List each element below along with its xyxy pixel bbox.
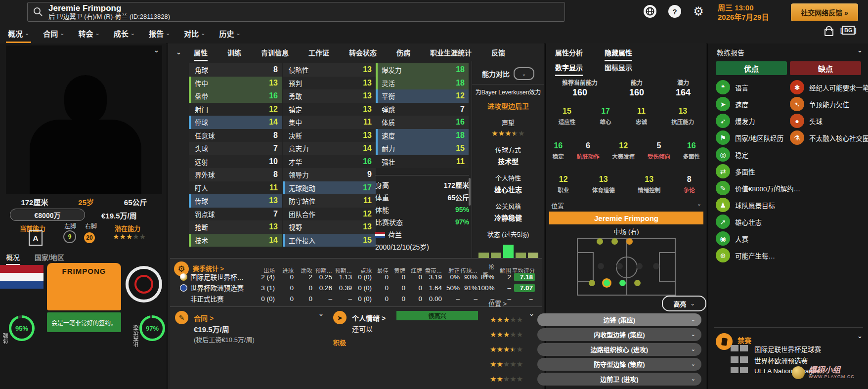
attribute-row[interactable]: 勇敢 13 — [283, 89, 376, 103]
personality-value[interactable]: 雄心壮志 — [472, 184, 544, 194]
nav-tab-报告[interactable]: 报告⌄ — [149, 24, 170, 43]
attributes-tab-转会状态[interactable]: 转会状态 — [349, 47, 377, 61]
tab-attribute-analysis[interactable]: 属性分析 — [555, 47, 583, 61]
positions-footer-label[interactable]: 位置 > — [488, 299, 507, 308]
attribute-row[interactable]: 领导力 9 — [283, 168, 376, 181]
info-label: 体重 — [375, 192, 389, 202]
lock-icon[interactable] — [825, 29, 833, 36]
hidden-attribute: 8 争论 — [684, 175, 695, 194]
role-dropdown[interactable]: 防守型边锋 (策应)⌄ — [537, 358, 701, 371]
nav-tab-对比[interactable]: 对比⌄ — [184, 24, 205, 43]
attribute-row[interactable]: 视野 13 — [283, 220, 376, 234]
attribute-row[interactable]: 灵活 18 — [376, 77, 469, 90]
nav-tab-成长[interactable]: 成长⌄ — [114, 24, 135, 43]
attributes-tab-反馈[interactable]: 反馈 — [491, 47, 505, 61]
attribute-row[interactable]: 传中 13 — [189, 77, 282, 90]
player-search-box[interactable]: Jeremie Frimpong 后卫/边翼卫 (右)/M (R)-荷兰 (ID… — [27, 2, 565, 22]
stats-row[interactable]: 世界杯欧洲预选赛3 (1)000.260.390 (0)0001.6450%91… — [173, 282, 539, 293]
positions-collapse-chevron-icon[interactable]: ⌄ — [697, 201, 701, 210]
star-icon: ★ — [517, 375, 523, 383]
attribute-row[interactable]: 团队合作 12 — [283, 208, 376, 221]
help-icon[interactable]: ? — [668, 5, 681, 18]
role-dropdown[interactable]: 内收型边锋 (策应)⌄ — [537, 328, 701, 341]
ability-label: 推荐当前能力 — [562, 78, 598, 86]
attribute-row[interactable]: 防守站位 11 — [283, 194, 376, 208]
collapse-photo-chevron-icon[interactable]: ⌄ — [154, 46, 159, 54]
ability-compare-dropdown[interactable]: ⌄ — [514, 67, 534, 80]
contract-title[interactable]: 合同 > — [194, 313, 214, 323]
transfer-value-pill[interactable]: €8000万 — [10, 209, 85, 221]
nav-tab-合同[interactable]: 合同⌄ — [43, 24, 64, 43]
attribute-row[interactable]: 远射 10 — [189, 155, 282, 169]
tab-overview[interactable]: 概况 — [6, 254, 20, 265]
attribute-row[interactable]: 决断 13 — [283, 129, 376, 142]
attribute-row[interactable]: 头球 7 — [189, 142, 282, 155]
attribute-row[interactable]: 停球 14 — [189, 116, 282, 129]
attribute-row[interactable]: 技术 14 — [189, 234, 282, 247]
role-dropdown[interactable]: 边锋 (策应)⌄ — [537, 313, 701, 326]
attribute-row[interactable]: 速度 18 — [376, 129, 469, 142]
ability-compare-label: 能力对比 — [482, 69, 510, 79]
nav-bar: 概况⌄合同⌄转会⌄成长⌄报告⌄对比⌄历史⌄ — [0, 24, 868, 44]
suspension-collapse-chevron-icon[interactable]: ⌄ — [857, 332, 863, 340]
attribute-row[interactable]: 意志力 14 — [283, 142, 376, 155]
attribute-row[interactable]: 工作投入 15 — [283, 234, 376, 247]
coach-report-collapse-chevron-icon[interactable]: ⌄ — [857, 46, 863, 54]
attribute-row[interactable]: 弹跳 7 — [376, 103, 469, 116]
attribute-row[interactable]: 无球跑动 17 — [283, 181, 376, 195]
attribute-row[interactable]: 镇定 13 — [283, 103, 376, 116]
settings-gear-icon[interactable]: ⚙ — [692, 5, 705, 18]
mood-title[interactable]: 个人情绪 > — [352, 313, 386, 323]
tab-hidden-attributes[interactable]: 隐藏属性 — [605, 47, 632, 61]
attribute-row[interactable]: 爆发力 18 — [376, 63, 469, 77]
attribute-row[interactable]: 角球 8 — [189, 63, 282, 77]
highlight-dropdown[interactable]: 高亮 ⌄ — [662, 296, 706, 311]
attribute-row[interactable]: 盯人 11 — [189, 181, 282, 195]
attribute-row[interactable]: 耐力 15 — [376, 142, 469, 155]
attributes-tab-青训信息[interactable]: 青训信息 — [261, 47, 289, 61]
attribute-row[interactable]: 平衡 12 — [376, 89, 469, 103]
player-subtitle: 后卫/边翼卫 (右)/M (R)-荷兰 (ID:28113828) — [48, 13, 170, 20]
attribute-row[interactable]: 抢断 13 — [189, 220, 282, 234]
game-date[interactable]: 周三 13:00 2026年7月29日 — [718, 3, 769, 22]
collapse-attributes-chevron-icon[interactable]: ⌄ — [176, 48, 181, 56]
nav-tab-转会[interactable]: 转会⌄ — [78, 24, 99, 43]
attribute-value: 13 — [363, 79, 372, 87]
attributes-tab-伤病[interactable]: 伤病 — [396, 47, 410, 61]
attributes-tab-训练[interactable]: 训练 — [227, 47, 241, 61]
attribute-row[interactable]: 才华 16 — [283, 155, 376, 169]
subtab-numeric-display[interactable]: 数字显示 — [555, 62, 583, 76]
attribute-row[interactable]: 界外球 8 — [189, 168, 282, 181]
role-dropdown[interactable]: 边前卫 (进攻)⌄ — [537, 373, 701, 386]
attribute-row[interactable]: 预判 13 — [283, 77, 376, 90]
attribute-row[interactable]: 射门 12 — [189, 103, 282, 116]
nav-tab-历史[interactable]: 历史⌄ — [219, 24, 240, 43]
world-icon[interactable] — [644, 5, 656, 18]
attribute-label: 防守站位 — [289, 196, 315, 206]
attributes-tab-工作证[interactable]: 工作证 — [308, 47, 329, 61]
attribute-row[interactable]: 体质 16 — [376, 116, 469, 129]
attributes-tab-职业生涯统计[interactable]: 职业生涯统计 — [430, 47, 472, 61]
stats-row[interactable]: 非正式比赛0 (0)00––0 (0)0000.00––––– — [173, 293, 539, 304]
subtab-icon-display[interactable]: 图标显示 — [605, 62, 632, 76]
tab-nation[interactable]: 国家/地区 — [35, 254, 64, 261]
attribute-row[interactable]: 罚点球 7 — [189, 208, 282, 221]
attributes-tab-属性[interactable]: 属性 — [194, 47, 208, 61]
attribute-row[interactable]: 任意球 8 — [189, 129, 282, 142]
attribute-row[interactable]: 强壮 11 — [376, 155, 469, 169]
stats-row[interactable]: 国际足联世界杯…2 (4)020.251.130 (0)0003.190%93%… — [173, 271, 539, 282]
attribute-row[interactable]: 传球 13 — [189, 194, 282, 208]
attribute-row[interactable]: 侵略性 13 — [283, 63, 376, 77]
best-role[interactable]: 进攻型边后卫 — [472, 101, 544, 111]
social-feedback-button[interactable]: 社交网络反馈 » — [791, 3, 858, 21]
background-toggle-icon[interactable]: [BG] — [840, 27, 857, 34]
attribute-row[interactable]: 盘带 16 — [189, 89, 282, 103]
contract-collapse-chevron-icon[interactable]: ⌄ — [318, 310, 324, 317]
attribute-value: 11 — [363, 196, 372, 205]
selected-player-bar[interactable]: Jeremie Frimpong — [549, 212, 703, 224]
right-foot-rating: 20 — [84, 232, 95, 243]
attribute-row[interactable]: 集中 11 — [283, 116, 376, 129]
scrollbar[interactable] — [469, 178, 471, 206]
nav-tab-概况[interactable]: 概况⌄ — [8, 24, 29, 43]
role-dropdown[interactable]: 边路组织核心 (进攻)⌄ — [537, 343, 701, 356]
